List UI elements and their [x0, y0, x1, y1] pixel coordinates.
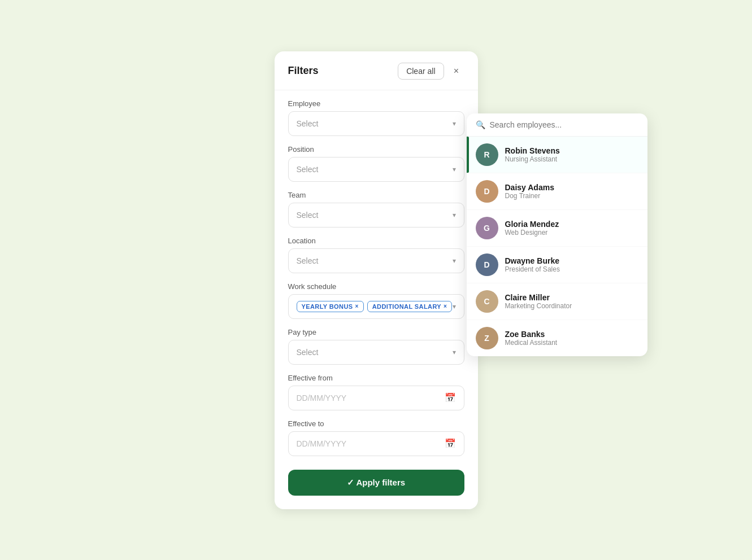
team-select[interactable]: Select ▾ — [288, 203, 464, 228]
effective-to-placeholder: DD/MM/YYYY — [297, 439, 347, 448]
employee-item-robin[interactable]: R Robin Stevens Nursing Assistant — [467, 137, 647, 173]
employee-list: R Robin Stevens Nursing Assistant D Dais… — [467, 137, 647, 356]
employee-info-claire: Claire Miller Marketing Coordinator — [505, 293, 572, 310]
employee-name-daisy: Daisy Adams — [505, 183, 554, 192]
filter-header: Filters Clear all × — [275, 51, 478, 90]
pay-type-select[interactable]: Select ▾ — [288, 340, 464, 365]
tag-yearly-bonus: YEARLY BONUS × — [297, 301, 364, 312]
team-select-text: Select — [297, 211, 319, 220]
filter-group-position: Position Select ▾ — [288, 145, 464, 182]
avatar-dwayne: D — [476, 253, 498, 276]
filter-group-location: Location Select ▾ — [288, 237, 464, 273]
employee-role-dwayne: President of Sales — [505, 265, 560, 273]
position-chevron-icon: ▾ — [453, 165, 456, 173]
filter-header-actions: Clear all × — [398, 63, 464, 80]
filter-group-pay-type: Pay type Select ▾ — [288, 328, 464, 365]
employee-role-daisy: Dog Trainer — [505, 192, 554, 200]
clear-all-button[interactable]: Clear all — [398, 63, 444, 80]
avatar-zoe: Z — [476, 327, 498, 349]
filter-body: Employee Select ▾ Position Select ▾ — [275, 90, 478, 509]
filter-panel: Filters Clear all × Employee Select ▾ — [275, 51, 478, 509]
filter-group-team: Team Select ▾ — [288, 191, 464, 228]
employee-info-dwayne: Dwayne Burke President of Sales — [505, 256, 560, 273]
filter-group-effective-to: Effective to DD/MM/YYYY 📅 — [288, 419, 464, 456]
employee-item-zoe[interactable]: Z Zoe Banks Medical Assistant — [467, 320, 647, 356]
pay-type-select-text: Select — [297, 348, 319, 357]
employee-role-zoe: Medical Assistant — [505, 339, 558, 347]
location-select-text: Select — [297, 256, 319, 265]
work-schedule-select[interactable]: YEARLY BONUS × ADDITIONAL SALARY × ▾ — [288, 294, 464, 319]
employee-item-claire[interactable]: C Claire Miller Marketing Coordinator — [467, 283, 647, 320]
pay-type-label: Pay type — [288, 328, 464, 336]
position-label: Position — [288, 145, 464, 154]
effective-from-calendar-icon: 📅 — [445, 392, 456, 403]
effective-from-input[interactable]: DD/MM/YYYY 📅 — [288, 386, 464, 410]
tag-additional-salary-text: ADDITIONAL SALARY — [372, 303, 441, 310]
employee-label: Employee — [288, 99, 464, 108]
effective-from-label: Effective from — [288, 374, 464, 382]
position-select[interactable]: Select ▾ — [288, 157, 464, 182]
employee-info-daisy: Daisy Adams Dog Trainer — [505, 183, 554, 200]
work-schedule-chevron-icon: ▾ — [453, 303, 456, 310]
work-schedule-label: Work schedule — [288, 282, 464, 291]
effective-to-calendar-icon: 📅 — [445, 438, 456, 449]
search-icon: 🔍 — [476, 120, 485, 129]
employee-role-robin: Nursing Assistant — [505, 155, 560, 163]
employee-search-bar: 🔍 — [467, 113, 647, 137]
location-select[interactable]: Select ▾ — [288, 248, 464, 273]
employee-info-robin: Robin Stevens Nursing Assistant — [505, 146, 560, 163]
employee-info-zoe: Zoe Banks Medical Assistant — [505, 330, 558, 347]
employee-dropdown: 🔍 R Robin Stevens Nursing Assistant D — [467, 113, 647, 356]
employee-info-gloria: Gloria Mendez Web Designer — [505, 220, 559, 237]
close-button[interactable]: × — [449, 63, 464, 79]
employee-select-text: Select — [297, 119, 319, 128]
employee-name-robin: Robin Stevens — [505, 146, 560, 155]
apply-filters-button[interactable]: ✓ Apply filters — [288, 470, 464, 496]
team-label: Team — [288, 191, 464, 199]
tag-additional-salary: ADDITIONAL SALARY × — [367, 301, 453, 312]
content-area: Filters Clear all × Employee Select ▾ — [275, 51, 478, 509]
avatar-robin: R — [476, 143, 498, 166]
employee-select[interactable]: Select ▾ — [288, 111, 464, 136]
employee-role-claire: Marketing Coordinator — [505, 302, 572, 310]
employee-search-input[interactable] — [490, 120, 638, 129]
effective-from-placeholder: DD/MM/YYYY — [297, 393, 347, 403]
avatar-gloria: G — [476, 217, 498, 239]
employee-name-zoe: Zoe Banks — [505, 330, 558, 339]
filter-group-effective-from: Effective from DD/MM/YYYY 📅 — [288, 374, 464, 410]
tags-row: YEARLY BONUS × ADDITIONAL SALARY × — [297, 301, 453, 312]
employee-item-dwayne[interactable]: D Dwayne Burke President of Sales — [467, 247, 647, 283]
filter-title: Filters — [288, 65, 319, 77]
tag-yearly-bonus-remove[interactable]: × — [355, 304, 359, 309]
filter-group-work-schedule: Work schedule YEARLY BONUS × ADDITIONAL … — [288, 282, 464, 319]
page-wrapper: Filters Clear all × Employee Select ▾ — [0, 0, 752, 560]
filter-group-employee: Employee Select ▾ — [288, 99, 464, 136]
location-label: Location — [288, 237, 464, 245]
employee-name-dwayne: Dwayne Burke — [505, 256, 560, 265]
effective-to-input[interactable]: DD/MM/YYYY 📅 — [288, 431, 464, 456]
employee-item-gloria[interactable]: G Gloria Mendez Web Designer — [467, 210, 647, 247]
employee-item-daisy[interactable]: D Daisy Adams Dog Trainer — [467, 173, 647, 210]
tag-yearly-bonus-text: YEARLY BONUS — [302, 303, 353, 310]
employee-name-gloria: Gloria Mendez — [505, 220, 559, 229]
employee-chevron-icon: ▾ — [453, 120, 456, 128]
tag-additional-salary-remove[interactable]: × — [444, 304, 447, 309]
employee-role-gloria: Web Designer — [505, 229, 559, 237]
team-chevron-icon: ▾ — [453, 211, 456, 219]
employee-name-claire: Claire Miller — [505, 293, 572, 302]
location-chevron-icon: ▾ — [453, 257, 456, 265]
effective-to-label: Effective to — [288, 419, 464, 428]
pay-type-chevron-icon: ▾ — [453, 348, 456, 356]
avatar-claire: C — [476, 290, 498, 313]
avatar-daisy: D — [476, 180, 498, 203]
position-select-text: Select — [297, 165, 319, 174]
